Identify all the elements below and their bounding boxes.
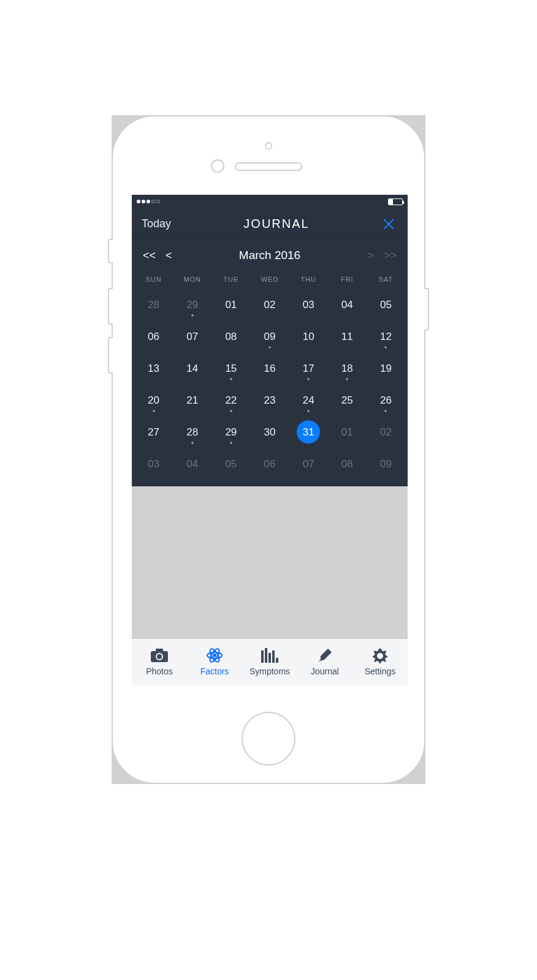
close-button[interactable] [382, 217, 398, 231]
calendar-day[interactable]: 28 [173, 417, 211, 448]
calendar-day[interactable]: 16 [250, 353, 289, 385]
calendar-week-row: 03040506070809 [134, 448, 405, 480]
day-number: 31 [303, 426, 314, 439]
next-year-button[interactable]: >> [384, 249, 397, 262]
day-number: 03 [303, 299, 314, 311]
day-number: 16 [264, 363, 276, 375]
weekday-label: SAT [367, 276, 405, 283]
calendar-day[interactable]: 28 [134, 289, 173, 321]
next-month-button[interactable]: > [367, 249, 374, 262]
day-number: 29 [225, 426, 237, 439]
event-dot-icon [230, 410, 232, 412]
calendar-day[interactable]: 04 [328, 289, 367, 321]
day-number: 21 [186, 394, 198, 407]
event-dot-icon [230, 378, 232, 380]
calendar-day[interactable]: 19 [367, 353, 405, 385]
calendar-day[interactable]: 22 [211, 385, 250, 417]
calendar-day[interactable]: 18 [328, 353, 367, 385]
weekday-label: THU [289, 276, 328, 283]
calendar-day[interactable]: 08 [328, 448, 367, 480]
day-number: 08 [341, 458, 353, 470]
weekday-label: WED [250, 276, 289, 283]
calendar-day[interactable]: 12 [367, 321, 405, 353]
calendar-day[interactable]: 14 [173, 353, 211, 385]
day-number: 02 [264, 299, 276, 311]
calendar-day[interactable]: 01 [328, 417, 367, 448]
weekday-header: SUNMONTUEWEDTHUFRISAT [132, 271, 408, 287]
calendar-day[interactable]: 06 [134, 321, 173, 353]
day-number: 01 [225, 299, 237, 311]
calendar-day[interactable]: 02 [250, 289, 289, 321]
calendar-day[interactable]: 03 [134, 448, 173, 480]
svg-point-5 [157, 654, 162, 659]
signal-strength-icon [137, 200, 160, 203]
calendar-week-row: 28290102030405 [134, 289, 405, 321]
day-number: 05 [380, 299, 392, 311]
calendar-day[interactable]: 02 [367, 417, 405, 448]
calendar-day[interactable]: 05 [367, 289, 405, 321]
calendar-day[interactable]: 29 [173, 289, 211, 321]
day-number: 28 [186, 426, 198, 439]
calendar-day[interactable]: 07 [173, 321, 211, 353]
day-number: 23 [264, 394, 276, 407]
calendar-day[interactable]: 27 [134, 417, 173, 448]
calendar-day[interactable]: 01 [211, 289, 250, 321]
tab-settings[interactable]: Settings [352, 639, 408, 685]
day-number: 04 [341, 299, 353, 311]
calendar-day[interactable]: 07 [289, 448, 328, 480]
home-button[interactable] [242, 712, 295, 766]
calendar-day[interactable]: 31 [289, 417, 328, 448]
volume-up-button [108, 288, 113, 325]
calendar-day[interactable]: 05 [211, 448, 250, 480]
calendar-day[interactable]: 29 [211, 417, 250, 448]
calendar-day[interactable]: 26 [367, 385, 405, 417]
volume-down-button [108, 337, 113, 374]
day-number: 10 [303, 331, 314, 343]
calendar-day[interactable]: 06 [250, 448, 289, 480]
tab-journal[interactable]: Journal [297, 639, 352, 685]
calendar-day[interactable]: 03 [289, 289, 328, 321]
event-dot-icon [384, 346, 387, 349]
calendar-day[interactable]: 11 [328, 321, 367, 353]
calendar-day[interactable]: 09 [367, 448, 405, 480]
tab-symptoms[interactable]: Symptoms [242, 639, 297, 685]
tab-photos[interactable]: Photos [132, 639, 187, 685]
calendar-week-row: 06070809101112 [134, 321, 405, 353]
day-number: 18 [341, 363, 353, 375]
day-number: 07 [303, 458, 314, 470]
prev-month-button[interactable]: < [166, 249, 172, 262]
calendar-day[interactable]: 24 [289, 385, 328, 417]
calendar-day[interactable]: 17 [289, 353, 328, 385]
battery-icon [388, 198, 403, 205]
signal-dot [151, 200, 155, 203]
calendar-day[interactable]: 13 [134, 353, 173, 385]
calendar-day[interactable]: 04 [173, 448, 211, 480]
calendar-grid: 2829010203040506070809101112131415161718… [132, 287, 408, 486]
calendar-day[interactable]: 10 [289, 321, 328, 353]
calendar-day[interactable]: 25 [328, 385, 367, 417]
calendar-day[interactable]: 09 [250, 321, 289, 353]
calendar-day[interactable]: 08 [211, 321, 250, 353]
tab-factors[interactable]: Factors [187, 639, 242, 685]
calendar-day[interactable]: 30 [250, 417, 289, 448]
event-dot-icon [384, 410, 387, 412]
calendar-day[interactable]: 23 [250, 385, 289, 417]
bars-icon [261, 647, 279, 663]
calendar-day[interactable]: 20 [134, 385, 173, 417]
calendar-week-row: 20212223242526 [134, 385, 405, 417]
event-dot-icon [230, 442, 232, 444]
calendar-day[interactable]: 21 [173, 385, 211, 417]
weekday-label: SUN [134, 276, 173, 283]
day-number: 09 [264, 331, 276, 343]
day-number: 26 [380, 394, 392, 407]
svg-rect-12 [268, 653, 271, 663]
tab-label: Factors [200, 666, 229, 676]
day-number: 12 [380, 331, 392, 343]
event-dot-icon [346, 378, 348, 380]
calendar-day[interactable]: 15 [211, 353, 250, 385]
day-number: 15 [225, 363, 237, 375]
day-number: 11 [341, 331, 353, 343]
prev-year-button[interactable]: << [143, 249, 156, 262]
day-number: 08 [225, 331, 237, 343]
today-button[interactable]: Today [142, 217, 171, 230]
